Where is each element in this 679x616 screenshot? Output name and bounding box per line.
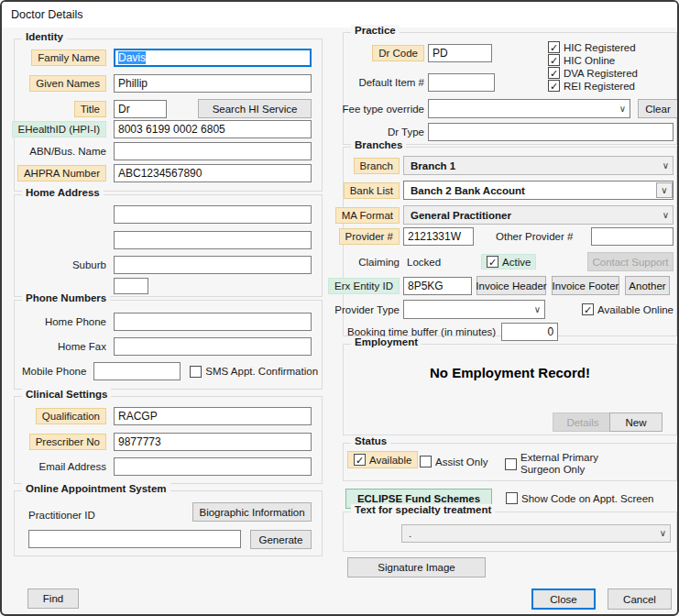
- search-hi-service-button[interactable]: Search HI Service: [198, 99, 312, 118]
- provider-type-label: Provider Type: [344, 304, 400, 315]
- fee-type-override-select[interactable]: ∨: [428, 99, 630, 118]
- close-button[interactable]: Close: [531, 588, 596, 610]
- specialty-treatment-value: .: [409, 528, 656, 539]
- checkmark-icon: ✓: [488, 258, 497, 267]
- prescriber-no-input[interactable]: [114, 433, 312, 451]
- dva-registered-checkbox[interactable]: ✓: [548, 67, 560, 79]
- online-appointment-group-title: Online Appointment System: [22, 483, 170, 494]
- hic-registered-label: HIC Registered: [564, 42, 636, 53]
- home-phone-input[interactable]: [114, 313, 312, 331]
- bank-list-select[interactable]: Banch 2 Bank Account ∨: [403, 181, 674, 200]
- branches-group: Branches Branch Branch 1 ∨ Bank List Ban…: [343, 147, 677, 336]
- checkmark-icon: ✓: [584, 305, 592, 314]
- status-group: Status ✓ Available Assist Only External …: [343, 443, 677, 481]
- erx-entity-id-label: Erx Entity ID: [328, 278, 400, 294]
- default-item-input[interactable]: [428, 73, 495, 92]
- home-fax-label: Home Fax: [22, 341, 106, 352]
- email-address-input[interactable]: [114, 457, 312, 476]
- prescriber-no-label: Prescriber No: [29, 434, 106, 450]
- mobile-phone-label: Mobile Phone: [22, 366, 86, 377]
- identity-group: Identity Family Name Davis Given Names T…: [14, 38, 323, 192]
- dr-code-input[interactable]: [428, 44, 492, 62]
- active-checkbox[interactable]: ✓: [487, 256, 498, 268]
- branch-select[interactable]: Branch 1 ∨: [403, 156, 674, 175]
- details-button: Details: [553, 412, 613, 432]
- practice-group-title: Practice: [351, 25, 400, 36]
- given-names-input[interactable]: [114, 74, 312, 93]
- chevron-down-icon: ∨: [663, 211, 669, 220]
- show-code-checkbox[interactable]: [506, 492, 518, 504]
- invoice-header-button[interactable]: Invoice Header: [476, 276, 546, 295]
- available-online-label: Available Online: [597, 304, 674, 315]
- branches-group-title: Branches: [351, 139, 406, 150]
- employment-group-title: Employment: [351, 336, 422, 347]
- doctor-details-dialog: Doctor Details Identity Family Name Davi…: [0, 0, 679, 616]
- specialty-treatment-select[interactable]: . ∨: [401, 524, 671, 543]
- suburb-input[interactable]: [114, 256, 312, 274]
- dr-type-label: Dr Type: [344, 126, 424, 138]
- signature-image-button[interactable]: Signature Image: [347, 557, 486, 578]
- another-button[interactable]: Another: [625, 276, 670, 295]
- mobile-phone-input[interactable]: [93, 362, 181, 380]
- email-address-label: Email Address: [22, 461, 106, 472]
- clinical-settings-group: Clinical Settings Qualification Prescrib…: [14, 396, 323, 484]
- provider-type-select[interactable]: ∨: [403, 300, 545, 319]
- family-name-input[interactable]: Davis: [114, 49, 312, 67]
- home-address-line2-input[interactable]: [114, 231, 312, 249]
- other-provider-input[interactable]: [591, 227, 674, 246]
- provider-number-input[interactable]: [403, 227, 474, 246]
- checkmark-icon: ✓: [356, 456, 364, 465]
- ma-format-value: General Practitioner: [411, 210, 659, 221]
- external-primary-checkbox[interactable]: [505, 458, 517, 470]
- suburb-label: Suburb: [22, 259, 106, 270]
- clear-button[interactable]: Clear: [638, 99, 678, 118]
- ma-format-select[interactable]: General Practitioner ∨: [403, 205, 674, 225]
- hic-registered-checkbox[interactable]: ✓: [548, 41, 560, 53]
- find-button[interactable]: Find: [27, 588, 79, 609]
- ehealth-id-input[interactable]: [114, 120, 312, 138]
- dr-type-input[interactable]: [428, 123, 674, 141]
- invoice-footer-button[interactable]: Invoice Footer: [552, 276, 619, 295]
- rei-registered-checkbox[interactable]: ✓: [548, 80, 560, 92]
- contact-support-button: Contact Support: [587, 252, 674, 271]
- biographic-information-button[interactable]: Biographic Information: [192, 502, 312, 522]
- ahpra-number-input[interactable]: [114, 164, 312, 182]
- abn-input[interactable]: [114, 142, 312, 160]
- title-input[interactable]: [114, 100, 167, 118]
- ahpra-number-label: AHPRA Number: [17, 165, 106, 182]
- ehealth-id-label: EHealthID (HPI-I): [12, 121, 106, 138]
- available-online-checkbox[interactable]: ✓: [582, 303, 594, 315]
- available-checkbox[interactable]: ✓: [354, 454, 366, 466]
- selected-text: Davis: [118, 51, 146, 64]
- chevron-down-icon: ∨: [619, 104, 626, 114]
- chevron-down-icon: ∨: [663, 161, 669, 170]
- hic-online-checkbox[interactable]: ✓: [548, 54, 560, 66]
- active-label: Active: [502, 257, 531, 268]
- online-appointment-group: Online Appointment System Biographic Inf…: [14, 490, 323, 556]
- external-primary-label-line2: Surgeon Only: [520, 464, 585, 475]
- assist-only-checkbox[interactable]: [420, 456, 432, 468]
- cancel-button[interactable]: Cancel: [608, 588, 672, 610]
- active-checkbox-wrap: ✓ Active: [481, 254, 536, 270]
- postcode-input[interactable]: [114, 278, 148, 294]
- family-name-label: Family Name: [31, 50, 106, 66]
- erx-entity-id-input[interactable]: [403, 277, 472, 295]
- chevron-down-icon: ∨: [534, 305, 541, 314]
- claiming-value: Locked: [407, 257, 441, 268]
- default-item-label: Default Item #: [344, 77, 424, 88]
- sms-confirmation-checkbox[interactable]: [190, 366, 202, 378]
- home-address-line1-input[interactable]: [114, 205, 312, 224]
- window-title: Doctor Details: [2, 2, 677, 28]
- practitioner-id-input[interactable]: [28, 530, 241, 548]
- home-fax-input[interactable]: [114, 337, 312, 356]
- qualification-input[interactable]: [114, 407, 312, 425]
- clinical-settings-group-title: Clinical Settings: [22, 389, 111, 400]
- branch-label: Branch: [354, 158, 400, 174]
- claiming-label: Claiming: [344, 257, 400, 268]
- dva-registered-label: DVA Registered: [564, 68, 638, 79]
- given-names-label: Given Names: [29, 75, 106, 92]
- branch-value: Branch 1: [411, 160, 659, 171]
- generate-button[interactable]: Generate: [250, 530, 312, 549]
- new-button[interactable]: New: [609, 412, 663, 432]
- booking-buffer-input[interactable]: [501, 323, 558, 341]
